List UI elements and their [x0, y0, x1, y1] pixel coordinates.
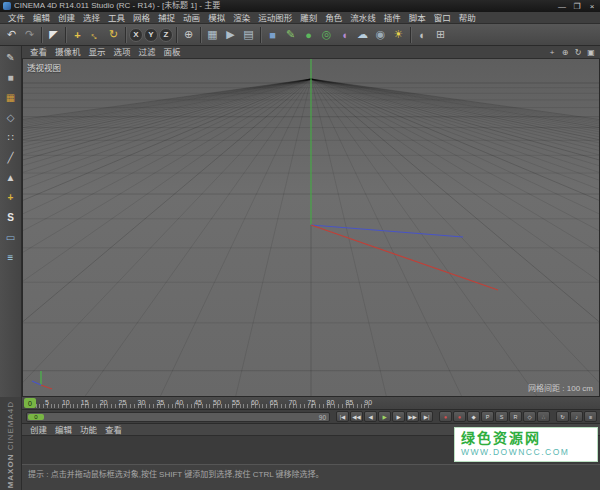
generators-icon[interactable]: ◎: [318, 26, 335, 44]
menubar-item[interactable]: 选择: [79, 12, 104, 24]
deformer-icon[interactable]: ◖: [336, 26, 353, 44]
material-manager-menu-item[interactable]: 功能: [76, 424, 101, 436]
record-parameter-button[interactable]: ◇: [523, 411, 536, 422]
camera-icon[interactable]: ◉: [372, 26, 389, 44]
ruler-tick-label[interactable]: 70: [289, 399, 297, 406]
menubar-item[interactable]: 文件: [4, 12, 29, 24]
menubar-item[interactable]: 捕捉: [154, 12, 179, 24]
ruler-tick-label[interactable]: 45: [194, 399, 202, 406]
next-key-button[interactable]: ▶▶: [406, 411, 419, 422]
timeline-options-button[interactable]: ≡: [584, 411, 597, 422]
subdivision-surface-icon[interactable]: ●: [300, 26, 317, 44]
viewport-menu-item[interactable]: 选项: [110, 46, 135, 59]
pan-view-icon[interactable]: +: [547, 48, 557, 57]
lock-x-axis-button[interactable]: X: [129, 28, 143, 42]
menubar-item[interactable]: 创建: [54, 12, 79, 24]
record-scale-button[interactable]: S: [495, 411, 508, 422]
render-view-icon[interactable]: ▦: [204, 26, 221, 44]
viewport-menu-item[interactable]: 过滤: [135, 46, 160, 59]
menubar-item[interactable]: 流水线: [346, 12, 380, 24]
texture-mode-icon[interactable]: ▦: [2, 89, 20, 105]
ruler-tick-label[interactable]: 20: [100, 399, 108, 406]
layer-icon[interactable]: ≡: [2, 249, 20, 265]
render-settings-icon[interactable]: ▤: [240, 26, 257, 44]
rotate-tool-icon[interactable]: ↻: [105, 26, 122, 44]
menubar-item[interactable]: 角色: [321, 12, 346, 24]
material-manager-menu-item[interactable]: 创建: [26, 424, 51, 436]
ruler-tick-label[interactable]: 85: [345, 399, 353, 406]
lock-y-axis-button[interactable]: Y: [144, 28, 158, 42]
menubar-item[interactable]: 雕刻: [296, 12, 321, 24]
next-frame-button[interactable]: ▶: [392, 411, 405, 422]
edges-mode-icon[interactable]: ╱: [2, 149, 20, 165]
record-keyframe-button[interactable]: ●: [439, 411, 452, 422]
play-button[interactable]: ▶: [378, 411, 391, 422]
current-frame-marker[interactable]: 0: [24, 398, 36, 408]
scale-tool-icon[interactable]: ↔: [83, 22, 108, 47]
toggle-view-icon[interactable]: ▣: [586, 48, 596, 57]
polygons-mode-icon[interactable]: ▲: [2, 169, 20, 185]
ruler-tick-label[interactable]: 30: [137, 399, 145, 406]
menubar-item[interactable]: 动画: [179, 12, 204, 24]
ruler-tick-label[interactable]: 10: [62, 399, 70, 406]
prev-frame-button[interactable]: ◀: [364, 411, 377, 422]
viewport-menu-item[interactable]: 查看: [26, 46, 51, 59]
add-cube-icon[interactable]: ■: [264, 26, 281, 44]
light-icon[interactable]: ☀: [390, 26, 407, 44]
menubar-item[interactable]: 帮助: [455, 12, 480, 24]
menubar-item[interactable]: 脚本: [405, 12, 430, 24]
goto-start-button[interactable]: |◀: [336, 411, 349, 422]
range-slider-handle[interactable]: 0: [28, 414, 44, 420]
viewport-menu-item[interactable]: 摄像机: [51, 46, 85, 59]
restore-button[interactable]: ❐: [572, 2, 582, 11]
viewport-canvas[interactable]: 透视视图 网格间距 : 100 cm: [22, 59, 600, 397]
coordinate-system-icon[interactable]: ⊕: [180, 26, 197, 44]
display-mode-icon[interactable]: ◐: [414, 26, 431, 44]
viewport-layout-icon[interactable]: ⊞: [432, 26, 449, 44]
record-pla-button[interactable]: ∴: [537, 411, 550, 422]
record-rotation-button[interactable]: R: [509, 411, 522, 422]
menubar-item[interactable]: 网格: [129, 12, 154, 24]
prev-key-button[interactable]: ◀◀: [350, 411, 363, 422]
ruler-tick-label[interactable]: 80: [326, 399, 334, 406]
viewport-label[interactable]: 透视视图: [27, 61, 61, 73]
keyframe-selection-button[interactable]: ◆: [467, 411, 480, 422]
ruler-tick-label[interactable]: 25: [119, 399, 127, 406]
viewport-menu-item[interactable]: 面板: [160, 46, 185, 59]
record-position-button[interactable]: P: [481, 411, 494, 422]
undo-icon[interactable]: ↶: [3, 26, 20, 44]
menubar-item[interactable]: 工具: [104, 12, 129, 24]
menubar-item[interactable]: 插件: [380, 12, 405, 24]
workplane-snap-icon[interactable]: ▭: [2, 229, 20, 245]
ruler-tick-label[interactable]: 15: [81, 399, 89, 406]
playback-rate-button[interactable]: ↻: [556, 411, 569, 422]
convert-editable-icon[interactable]: ✎: [2, 49, 20, 65]
render-picture-viewer-icon[interactable]: ▶: [222, 26, 239, 44]
timeline-ruler[interactable]: 0 051015202530354045505560657075808590: [22, 397, 600, 410]
menubar-item[interactable]: 运动图形: [254, 12, 296, 24]
ruler-tick-label[interactable]: 35: [156, 399, 164, 406]
material-manager-menu-item[interactable]: 查看: [101, 424, 126, 436]
menubar-item[interactable]: 窗口: [430, 12, 455, 24]
ruler-tick-label[interactable]: 55: [232, 399, 240, 406]
range-slider[interactable]: 0 90: [26, 412, 330, 422]
ruler-tick-label[interactable]: 50: [213, 399, 221, 406]
ruler-tick-label[interactable]: 65: [270, 399, 278, 406]
ruler-tick-label[interactable]: 90: [364, 399, 372, 406]
points-mode-icon[interactable]: ∷: [2, 129, 20, 145]
workplane-mode-icon[interactable]: ◇: [2, 109, 20, 125]
model-mode-icon[interactable]: ■: [2, 69, 20, 85]
rotate-view-icon[interactable]: ↻: [573, 48, 583, 57]
goto-end-button[interactable]: ▶|: [420, 411, 433, 422]
menubar-item[interactable]: 渲染: [229, 12, 254, 24]
ruler-tick-label[interactable]: 5: [45, 399, 49, 406]
ruler-tick-label[interactable]: 75: [308, 399, 316, 406]
sound-button[interactable]: ♪: [570, 411, 583, 422]
ruler-tick-label[interactable]: 40: [175, 399, 183, 406]
live-selection-icon[interactable]: ◤: [45, 26, 62, 44]
sky-icon[interactable]: ☁: [354, 26, 371, 44]
material-manager-menu-item[interactable]: 编辑: [51, 424, 76, 436]
zoom-view-icon[interactable]: ⊕: [560, 48, 570, 57]
minimize-button[interactable]: —: [557, 2, 567, 11]
axis-mode-icon[interactable]: +: [2, 189, 20, 205]
